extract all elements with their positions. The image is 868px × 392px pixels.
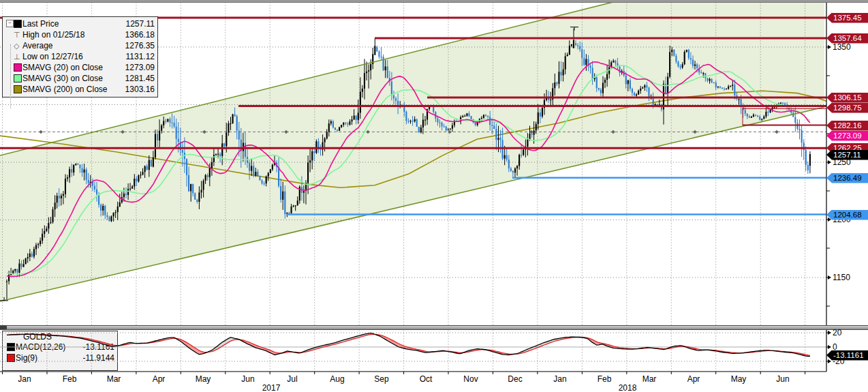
legend-collapse-icon[interactable]: − bbox=[6, 20, 14, 27]
top-resize-bar[interactable] bbox=[0, 0, 868, 3]
divider-grip-icon[interactable] bbox=[0, 326, 7, 329]
legend-value: 1276.35 bbox=[119, 41, 155, 50]
panel-divider[interactable] bbox=[0, 325, 868, 330]
legend-label: Low on 12/27/16 bbox=[22, 52, 119, 61]
sma200-swatch-icon bbox=[14, 85, 22, 93]
legend-value: 1281.45 bbox=[119, 74, 155, 83]
legend-label: SMAVG (30) on Close bbox=[22, 74, 119, 83]
legend-row-sma30[interactable]: SMAVG (30) on Close 1281.45 bbox=[4, 73, 155, 84]
high-marker-icon: ⊤ bbox=[14, 31, 22, 38]
price-legend: − Last Price 1257.11 ⊤ High on 01/25/18 … bbox=[2, 16, 158, 97]
legend-label: High on 01/25/18 bbox=[22, 30, 119, 40]
low-marker-icon: ⊥ bbox=[14, 53, 22, 60]
legend-value: 1257.11 bbox=[119, 19, 155, 29]
legend-row-low[interactable]: ⊥ Low on 12/27/16 1131.12 bbox=[4, 51, 155, 62]
legend-value: 1366.18 bbox=[119, 30, 155, 40]
legend-label: SMAVG (20) on Close bbox=[22, 63, 119, 72]
legend-label: Last Price bbox=[22, 19, 119, 29]
legend-value: 1273.09 bbox=[119, 63, 155, 72]
legend-label: Average bbox=[22, 41, 119, 50]
last-price-swatch-icon bbox=[14, 20, 22, 28]
legend-value: 1131.12 bbox=[119, 52, 155, 61]
average-marker-icon: ◇ bbox=[14, 42, 22, 49]
legend-row-average[interactable]: ◇ Average 1276.35 bbox=[4, 40, 155, 51]
sma20-swatch-icon bbox=[14, 63, 22, 72]
legend-row-last-price[interactable]: Last Price 1257.11 bbox=[4, 18, 155, 29]
bloomberg-gold-chart-window: − Last Price 1257.11 ⊤ High on 01/25/18 … bbox=[0, 0, 868, 392]
legend-row-sma200[interactable]: SMAVG (200) on Close 1303.16 bbox=[4, 84, 155, 95]
legend-value: 1303.16 bbox=[119, 85, 155, 94]
sma30-swatch-icon bbox=[14, 74, 22, 82]
legend-tree-line bbox=[10, 44, 11, 108]
legend-row-high[interactable]: ⊤ High on 01/25/18 1366.18 bbox=[4, 29, 155, 40]
legend-label: SMAVG (200) on Close bbox=[22, 85, 119, 94]
legend-row-sma20[interactable]: SMAVG (20) on Close 1273.09 bbox=[4, 62, 155, 73]
